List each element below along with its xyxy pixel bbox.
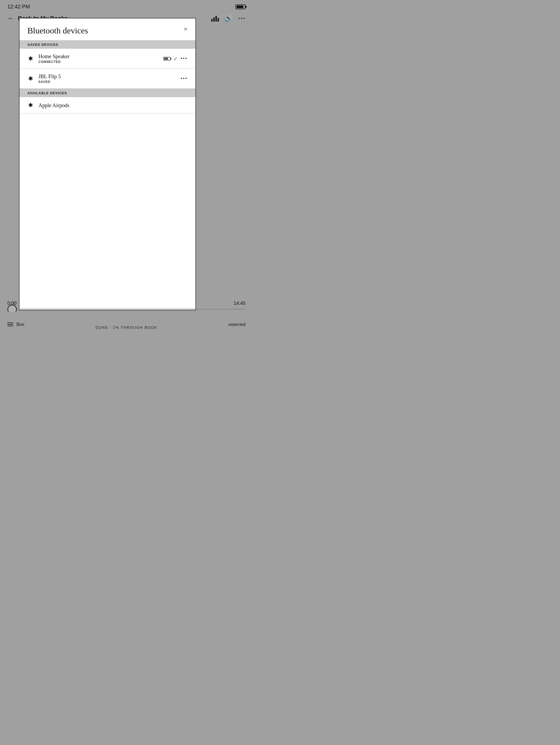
battery-icon — [236, 4, 246, 9]
volume-icon[interactable]: 🔊 — [225, 15, 232, 22]
bluetooth-modal: Bluetooth devices × SAVED DEVICES ✱ Home… — [19, 18, 196, 311]
bottom-nav: Boo onnected — [0, 312, 253, 337]
status-bar: 12:42 PM — [0, 0, 253, 12]
home-speaker-more-icon[interactable]: ••• — [180, 56, 188, 62]
more-options-icon[interactable]: ••• — [238, 15, 246, 22]
footer-text: DUNE · 1% THROUGH BOOK — [0, 325, 253, 330]
progress-track[interactable] — [7, 309, 246, 310]
device-info-home-speaker: Home Speaker CONNECTED — [38, 54, 159, 64]
device-status-home-speaker: CONNECTED — [38, 60, 159, 64]
device-battery-home-speaker — [163, 57, 171, 61]
available-devices-header: AVAILABLE DEVICES — [20, 89, 195, 97]
modal-inner: Bluetooth devices × SAVED DEVICES ✱ Home… — [20, 19, 195, 310]
modal-title: Bluetooth devices — [27, 26, 88, 36]
saved-devices-header: SAVED DEVICES — [20, 40, 195, 49]
device-info-jbl: JBL Flip 5 SAVED — [38, 73, 176, 84]
jbl-more-icon[interactable]: ••• — [180, 75, 188, 82]
bluetooth-icon-airpods: ✱ — [27, 102, 34, 109]
bluetooth-icon-home-speaker: ✱ — [27, 55, 34, 62]
device-row-airpods[interactable]: ✱ Apple Airpods — [20, 97, 195, 114]
end-time: 14:45 — [234, 301, 246, 306]
chart-bar-4 — [218, 18, 219, 22]
back-arrow-icon[interactable]: ← — [7, 14, 14, 22]
device-battery-fill — [164, 58, 168, 60]
battery-fill — [237, 5, 243, 8]
playback-bar: 0:00 14:45 — [0, 301, 253, 311]
modal-header: Bluetooth devices × — [20, 19, 195, 40]
device-info-airpods: Apple Airpods — [38, 102, 188, 108]
device-status-jbl: SAVED — [38, 80, 176, 84]
chart-icon[interactable] — [211, 15, 219, 22]
device-row-home-speaker: ✱ Home Speaker CONNECTED ✓ ••• — [20, 49, 195, 69]
bluetooth-icon-jbl: ✱ — [27, 75, 34, 82]
connected-check-icon: ✓ — [173, 56, 178, 62]
device-row-jbl-flip5: ✱ JBL Flip 5 SAVED ••• — [20, 69, 195, 89]
device-name-airpods: Apple Airpods — [38, 102, 188, 108]
chart-bar-3 — [215, 16, 217, 22]
hamburger-line-1 — [7, 322, 13, 323]
device-name-jbl: JBL Flip 5 — [38, 73, 176, 79]
device-actions-jbl: ••• — [180, 75, 188, 82]
device-name-home-speaker: Home Speaker — [38, 54, 159, 60]
time-row: 0:00 14:45 — [7, 301, 246, 306]
device-actions-home-speaker: ✓ ••• — [163, 56, 188, 62]
hamburger-line-2 — [7, 324, 13, 325]
chart-bar-1 — [211, 19, 213, 22]
close-button[interactable]: × — [184, 26, 188, 33]
status-time: 12:42 PM — [7, 4, 30, 10]
chart-bar-2 — [213, 18, 215, 22]
nav-right: 🔊 ••• — [211, 15, 246, 22]
